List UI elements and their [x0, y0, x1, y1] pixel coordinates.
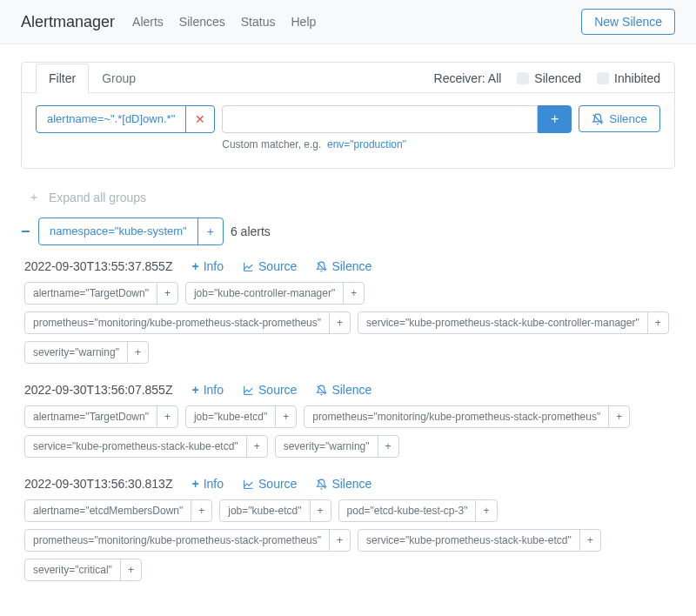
label-add-filter-button[interactable]: + [579, 530, 600, 551]
filter-controls: Receiver: All Silenced Inhibited [434, 71, 660, 92]
label-add-filter-button[interactable]: + [378, 436, 398, 457]
label-add-filter-button[interactable]: + [157, 406, 177, 427]
source-link[interactable]: Source [243, 383, 297, 397]
hint-prefix: Custom matcher, e.g. [222, 138, 321, 151]
label-pill: alertname="etcdMembersDown"+ [24, 499, 212, 522]
expand-all-button[interactable]: ＋ Expand all groups [21, 184, 675, 218]
alerts-list: 2022-09-30T13:55:37.855Z+ Info Source Si… [21, 259, 675, 581]
bell-off-icon [316, 479, 327, 490]
label-text: service="kube-prometheus-stack-kube-etcd… [358, 530, 579, 551]
source-link[interactable]: Source [243, 259, 297, 273]
label-pill: severity="warning"+ [275, 435, 399, 458]
label-pill: pod="etcd-kube-test-cp-3"+ [338, 499, 498, 522]
label-text: pod="etcd-kube-test-cp-3" [339, 500, 476, 521]
matcher-hint: Custom matcher, e.g. env="production" [222, 138, 572, 151]
source-label: Source [258, 477, 297, 491]
label-pill: job="kube-etcd"+ [185, 405, 297, 428]
new-silence-button[interactable]: New Silence [581, 9, 675, 35]
label-text: alertname="TargetDown" [25, 283, 157, 304]
label-pill: severity="critical"+ [24, 559, 142, 581]
tab-filter[interactable]: Filter [36, 64, 89, 93]
group-add-filter-button[interactable]: + [197, 218, 223, 244]
label-pill: service="kube-prometheus-stack-kube-cont… [358, 311, 669, 334]
source-label: Source [258, 383, 297, 397]
label-add-filter-button[interactable]: + [475, 500, 496, 521]
expand-all-label: Expand all groups [49, 191, 146, 204]
label-pill: job="kube-controller-manager"+ [185, 282, 365, 305]
group-label-pill: namespace="kube-system" + [38, 218, 224, 245]
label-add-filter-button[interactable]: + [310, 500, 331, 521]
source-label: Source [258, 259, 297, 273]
silence-button[interactable]: Silence [579, 105, 660, 132]
info-label: Info [204, 477, 224, 491]
label-text: alertname="TargetDown" [25, 406, 157, 427]
plus-icon: + [191, 477, 198, 491]
alert-block: 2022-09-30T13:55:37.855Z+ Info Source Si… [21, 259, 675, 364]
silence-label: Silence [331, 259, 371, 273]
inhibited-checkbox-wrap[interactable]: Inhibited [597, 71, 660, 85]
silence-link[interactable]: Silence [316, 477, 371, 491]
tab-group[interactable]: Group [89, 64, 149, 93]
collapse-icon[interactable]: − [21, 223, 31, 241]
add-matcher-button[interactable]: + [538, 105, 572, 133]
group-label-text: namespace="kube-system" [39, 218, 197, 244]
label-add-filter-button[interactable]: + [191, 500, 211, 521]
alert-timestamp: 2022-09-30T13:56:07.855Z [24, 383, 172, 397]
alert-timestamp: 2022-09-30T13:56:30.813Z [24, 477, 172, 491]
plus-icon: + [191, 259, 198, 273]
label-pill: severity="warning"+ [24, 341, 149, 364]
chart-icon [243, 385, 254, 396]
brand: Alertmanager [21, 13, 115, 31]
label-add-filter-button[interactable]: + [127, 342, 148, 363]
plus-icon: + [191, 383, 198, 397]
label-pill: alertname="TargetDown"+ [24, 282, 178, 305]
group-row: − namespace="kube-system" + 6 alerts [21, 218, 675, 245]
label-add-filter-button[interactable]: + [329, 530, 350, 551]
matcher-input[interactable] [222, 105, 538, 133]
label-text: job="kube-controller-manager" [186, 283, 343, 304]
remove-matcher-button[interactable]: ✕ [185, 106, 214, 132]
label-add-filter-button[interactable]: + [608, 406, 629, 427]
label-add-filter-button[interactable]: + [329, 312, 350, 333]
source-link[interactable]: Source [243, 477, 297, 491]
active-matcher-pill: alertname=~".*[dD]own.*" ✕ [36, 105, 215, 133]
matcher-text: alertname=~".*[dD]own.*" [37, 106, 185, 132]
silence-button-label: Silence [609, 112, 647, 125]
label-add-filter-button[interactable]: + [647, 312, 668, 333]
label-text: service="kube-prometheus-stack-kube-cont… [358, 312, 647, 333]
panel-tabs: Filter Group [36, 63, 149, 92]
nav-link-silences[interactable]: Silences [179, 15, 225, 29]
label-add-filter-button[interactable]: + [157, 283, 177, 304]
nav-link-alerts[interactable]: Alerts [132, 15, 164, 29]
info-link[interactable]: + Info [191, 477, 224, 491]
label-add-filter-button[interactable]: + [246, 436, 267, 457]
silence-label: Silence [331, 477, 371, 491]
label-text: severity="warning" [25, 342, 127, 363]
label-add-filter-button[interactable]: + [120, 559, 141, 580]
bell-off-icon [316, 385, 327, 396]
labels-wrap: alertname="etcdMembersDown"+job="kube-et… [24, 499, 675, 581]
info-link[interactable]: + Info [191, 383, 224, 397]
labels-wrap: alertname="TargetDown"+job="kube-etcd"+p… [24, 405, 675, 458]
matcher-input-box: + Custom matcher, e.g. env="production" [222, 105, 572, 151]
checkbox-icon [597, 72, 609, 84]
label-text: severity="critical" [25, 559, 120, 580]
matcher-input-row: + [222, 105, 572, 133]
inhibited-label: Inhibited [614, 71, 660, 85]
silence-link[interactable]: Silence [316, 383, 371, 397]
alert-block: 2022-09-30T13:56:30.813Z+ Info Source Si… [21, 477, 675, 581]
silence-link[interactable]: Silence [316, 259, 371, 273]
navbar: Alertmanager Alerts Silences Status Help… [0, 0, 696, 44]
silenced-checkbox-wrap[interactable]: Silenced [517, 71, 581, 85]
label-add-filter-button[interactable]: + [275, 406, 296, 427]
nav-link-help[interactable]: Help [291, 15, 316, 29]
info-link[interactable]: + Info [191, 259, 224, 273]
info-label: Info [204, 383, 224, 397]
label-add-filter-button[interactable]: + [343, 283, 364, 304]
chart-icon [243, 479, 254, 490]
nav-left: Alertmanager Alerts Silences Status Help [21, 13, 316, 31]
nav-link-status[interactable]: Status [241, 15, 276, 29]
label-text: job="kube-etcd" [220, 500, 309, 521]
label-pill: service="kube-prometheus-stack-kube-etcd… [24, 435, 268, 458]
labels-wrap: alertname="TargetDown"+job="kube-control… [24, 282, 675, 364]
